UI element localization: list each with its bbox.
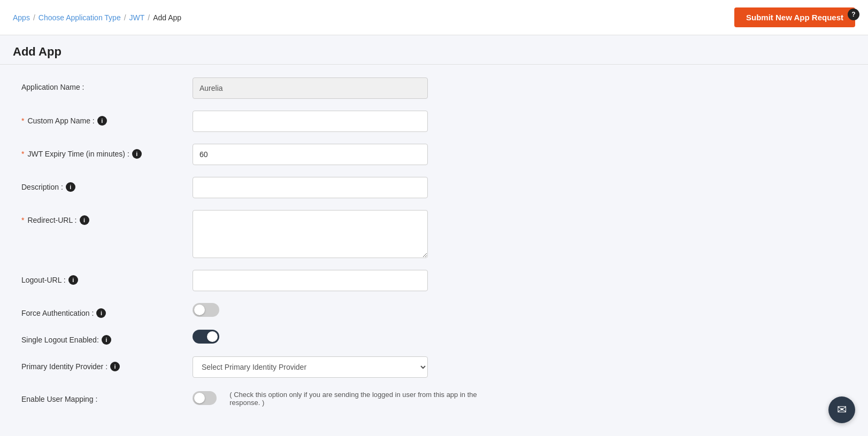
description-input[interactable]: [193, 177, 428, 198]
description-row: Description : i: [21, 177, 487, 198]
required-marker: *: [21, 116, 24, 125]
redirect-url-label: * Redirect-URL : i: [21, 210, 193, 225]
submit-new-app-request-button[interactable]: Submit New App Request: [734, 7, 855, 27]
logout-url-label: Logout-URL : i: [21, 270, 193, 285]
primary-idp-label: Primary Identity Provider : i: [21, 356, 193, 371]
force-auth-toggle[interactable]: [193, 303, 219, 317]
breadcrumb-jwt[interactable]: JWT: [129, 13, 145, 22]
help-icon[interactable]: ?: [848, 9, 859, 20]
force-auth-label: Force Authentication : i: [21, 303, 193, 318]
jwt-expiry-row: * JWT Expiry Time (in minutes) : i: [21, 144, 487, 165]
description-label: Description : i: [21, 177, 193, 192]
redirect-url-info-icon[interactable]: i: [80, 215, 89, 225]
logout-url-input[interactable]: [193, 270, 428, 291]
breadcrumb-sep-3: /: [148, 13, 150, 22]
single-logout-info-icon[interactable]: i: [102, 335, 111, 345]
description-info-icon[interactable]: i: [66, 182, 75, 192]
logout-url-row: Logout-URL : i: [21, 270, 487, 291]
redirect-url-row: * Redirect-URL : i: [21, 210, 487, 258]
single-logout-toggle-wrapper: [193, 330, 219, 344]
breadcrumb: Apps / Choose Application Type / JWT / A…: [13, 13, 181, 22]
title-divider: [0, 64, 868, 65]
enable-user-mapping-label: Enable User Mapping :: [21, 390, 193, 403]
page-title: Add App: [0, 35, 868, 64]
enable-user-mapping-toggle-thumb: [194, 393, 205, 403]
single-logout-toggle[interactable]: [193, 330, 219, 344]
breadcrumb-sep-1: /: [33, 13, 35, 22]
breadcrumb-apps[interactable]: Apps: [13, 13, 30, 22]
jwt-expiry-input[interactable]: [193, 144, 428, 165]
single-logout-row: Single Logout Enabled: i: [21, 330, 487, 345]
primary-idp-info-icon[interactable]: i: [110, 362, 120, 371]
required-marker-redirect: *: [21, 216, 24, 224]
custom-app-name-label: * Custom App Name : i: [21, 111, 193, 126]
logout-url-info-icon[interactable]: i: [68, 275, 78, 285]
breadcrumb-sep-2: /: [124, 13, 126, 22]
single-logout-toggle-thumb: [207, 331, 218, 342]
breadcrumb-current: Add App: [153, 13, 181, 22]
primary-idp-row: Primary Identity Provider : i Select Pri…: [21, 356, 487, 378]
header: Apps / Choose Application Type / JWT / A…: [0, 0, 868, 35]
primary-idp-select[interactable]: Select Primary Identity Provider: [193, 356, 428, 378]
custom-app-name-row: * Custom App Name : i: [21, 111, 487, 132]
enable-user-mapping-toggle-wrapper: ( Check this option only if you are send…: [193, 390, 487, 407]
force-auth-info-icon[interactable]: i: [96, 308, 106, 318]
redirect-url-textarea[interactable]: [193, 210, 428, 258]
force-auth-row: Force Authentication : i: [21, 303, 487, 318]
force-auth-toggle-wrapper: [193, 303, 219, 317]
enable-user-mapping-hint: ( Check this option only if you are send…: [229, 390, 487, 407]
jwt-expiry-label: * JWT Expiry Time (in minutes) : i: [21, 144, 193, 159]
custom-app-name-info-icon[interactable]: i: [97, 116, 107, 126]
jwt-expiry-info-icon[interactable]: i: [132, 149, 142, 159]
application-name-label: Application Name :: [21, 77, 193, 91]
enable-user-mapping-row: Enable User Mapping : ( Check this optio…: [21, 390, 487, 407]
required-marker-jwt: *: [21, 150, 24, 158]
application-name-input[interactable]: [193, 77, 428, 99]
chat-bubble-button[interactable]: ✉: [828, 396, 855, 423]
enable-user-mapping-toggle[interactable]: [193, 391, 217, 405]
form-container: Application Name : * Custom App Name : i…: [0, 77, 508, 436]
force-auth-toggle-thumb: [194, 305, 205, 315]
custom-app-name-input[interactable]: [193, 111, 428, 132]
breadcrumb-choose-app-type[interactable]: Choose Application Type: [39, 13, 121, 22]
application-name-row: Application Name :: [21, 77, 487, 99]
single-logout-label: Single Logout Enabled: i: [21, 330, 193, 345]
